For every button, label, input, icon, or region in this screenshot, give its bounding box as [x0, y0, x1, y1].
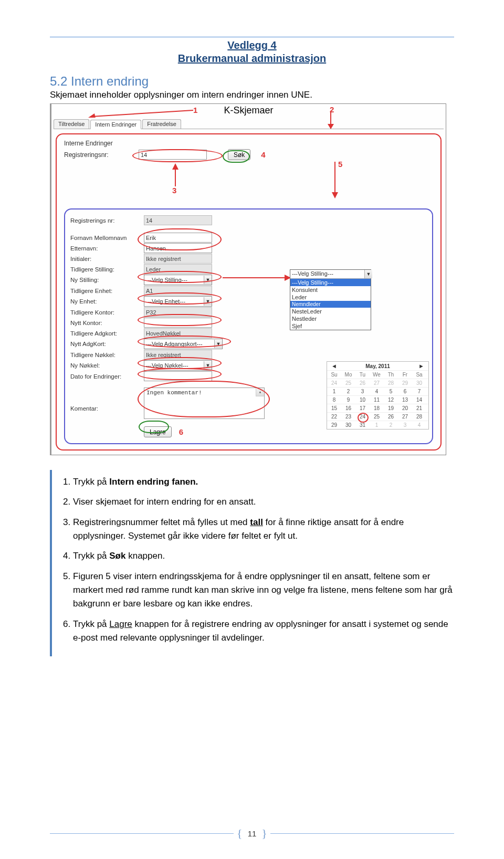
nyttkontor-field[interactable] — [144, 318, 212, 328]
nyenhet-select[interactable]: ---Velg Enhet---▼ — [144, 296, 212, 307]
tidlstilling-label: Tidligere Stilling: — [70, 266, 144, 273]
tab-intern-endringer[interactable]: Intern Endringer — [90, 120, 141, 129]
section-heading: 5.2 Intern endring — [50, 74, 454, 89]
tabs-row: Tiltredelse Intern Endringer Fratredelse — [51, 119, 446, 129]
instruction-item: Figuren 5 viser intern endringsskjema fo… — [73, 570, 454, 611]
nyttkontor-label: Nytt Kontor: — [70, 320, 144, 326]
tidladgkort-label: Tidligere Adgkort: — [70, 330, 144, 337]
panel-heading: Interne Endringer — [64, 140, 433, 147]
tab-tiltredelse[interactable]: Tiltredelse — [54, 119, 89, 129]
dropdown-option[interactable]: ---Velg Stilling--- — [290, 279, 371, 286]
tab-fratredelse[interactable]: Fratredelse — [142, 119, 181, 129]
regnr-label: Registreringsnr: — [64, 151, 139, 159]
calendar-next-icon[interactable]: ► — [416, 363, 426, 369]
nyenhet-label: Ny Enhet: — [70, 298, 144, 305]
etternavn-field[interactable]: Hansen — [144, 243, 212, 253]
instruction-item: Trykk på Søk knappen. — [73, 549, 454, 563]
outer-form-panel: Interne Endringer Registreringsnr: 14 Sø… — [56, 133, 442, 451]
inner-form-panel: Registrerings nr:14 Fornavn MellomnavnEr… — [64, 208, 433, 444]
instruction-item: Trykk på Intern endring fanen. — [73, 475, 454, 489]
header-subtitle: Brukermanual administrasjon — [50, 53, 454, 65]
regnr-input[interactable]: 14 — [139, 150, 207, 160]
initialer-field: Ikke registrert — [144, 254, 212, 264]
chevron-down-icon: ▼ — [204, 361, 212, 370]
tidladgkort-field: HovedNøkkel — [144, 328, 212, 338]
chevron-down-icon: ▼ — [204, 297, 212, 306]
lagre-button[interactable]: Lagre — [144, 426, 172, 437]
svg-marker-7 — [332, 192, 338, 198]
sok-button[interactable]: Søk — [228, 149, 250, 160]
screenshot-panel: K-Skjemaer 1 2 Tiltredelse Intern Endrin… — [50, 103, 446, 455]
nyttadgkort-select[interactable]: ---Velg Adgangskort---▼ — [144, 339, 223, 349]
tidlkontor-label: Tidligere Kontor: — [70, 309, 144, 316]
tidlenhet-field: A1 — [144, 286, 212, 296]
tidlnokkel-label: Tidligere Nøkkel: — [70, 352, 144, 358]
screenshot-title: K-Skjemaer — [51, 104, 446, 119]
instruction-item: Viser skjemaet for intern endring for en… — [73, 495, 454, 509]
bracket-left-icon: { — [234, 826, 246, 840]
dropdown-option[interactable]: Nestleder — [290, 315, 371, 322]
dato-field[interactable] — [144, 371, 212, 381]
section-intro: Skjemaet inneholder opplysninger om inte… — [50, 90, 454, 100]
calendar-popup: ◄ May, 2011 ► SuMoTuWeThFrSa 24252627282… — [327, 361, 429, 429]
fornavn-label: Fornavn Mellomnavn — [70, 235, 144, 241]
regnr2-field: 14 — [144, 215, 212, 225]
nyttadgkort-label: Nytt AdgKort: — [70, 341, 144, 347]
page-footer: { 11 } — [0, 826, 504, 840]
komentar-label: Komentar: — [70, 387, 144, 412]
nynokkel-select[interactable]: ---Velg Nøkkel---▼ — [144, 360, 212, 371]
nynokkel-label: Ny Nøkkel: — [70, 362, 144, 369]
tidlnokkel-field: Ikke registrert — [144, 350, 212, 360]
chevron-down-icon[interactable]: ▼ — [364, 270, 372, 278]
annotation-6: 6 — [179, 427, 183, 436]
chevron-down-icon: ▼ — [214, 340, 222, 348]
header-title: Vedlegg 4 — [50, 39, 454, 51]
tidlenhet-label: Tidligere Enhet: — [70, 288, 144, 294]
dropdown-option[interactable]: Konsulent — [290, 286, 371, 294]
instruction-item: Trykk på Lagre knappen for å registrere … — [73, 617, 454, 645]
dropdown-option[interactable]: Sjef — [290, 322, 371, 330]
dropdown-option[interactable]: Leder — [290, 294, 371, 301]
stilling-dropdown-popup: ---Velg Stilling---▼ ---Velg Stilling---… — [290, 269, 371, 330]
annotation-4: 4 — [261, 150, 265, 159]
nystilling-label: Ny Stilling: — [70, 277, 144, 283]
initialer-label: Initialer: — [70, 256, 144, 262]
chevron-down-icon: ▼ — [204, 276, 212, 284]
komentar-textarea[interactable]: Ingen kommentar! ▴ — [144, 387, 265, 419]
instructions-block: Trykk på Intern endring fanen. Viser skj… — [50, 470, 454, 656]
dato-label: Dato for Endringer: — [70, 373, 144, 380]
instruction-item: Registreringsnummer feltet må fylles ut … — [73, 516, 454, 543]
header-rule — [50, 37, 454, 37]
bracket-right-icon: } — [258, 826, 270, 840]
tidlstilling-field: Leder — [144, 264, 212, 274]
calendar-prev-icon[interactable]: ◄ — [329, 363, 339, 369]
nystilling-select[interactable]: ---Velg Stilling---▼ — [144, 275, 212, 285]
etternavn-label: Etternavn: — [70, 245, 144, 252]
page-number: 11 — [246, 829, 259, 838]
dropdown-option[interactable]: NesteLeder — [290, 308, 371, 315]
dropdown-option[interactable]: Nemndleder — [290, 301, 371, 308]
tidlkontor-field: P32 — [144, 307, 212, 317]
regnr2-label: Registrerings nr: — [70, 217, 144, 224]
calendar-title: May, 2011 — [365, 363, 390, 369]
scroll-up-icon[interactable]: ▴ — [256, 388, 264, 396]
fornavn-field[interactable]: Erik — [144, 233, 212, 243]
